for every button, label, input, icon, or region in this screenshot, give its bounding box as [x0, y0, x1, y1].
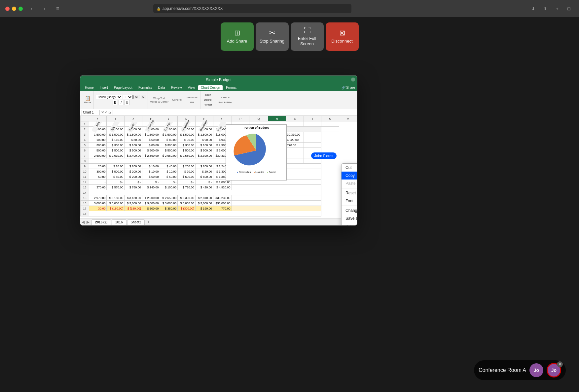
row-9[interactable]: 9 [81, 164, 89, 169]
cell-j11[interactable]: $ 200.00 [125, 174, 142, 180]
cell-j13[interactable]: $ 780.00 [125, 185, 142, 190]
tab-formulas[interactable]: Formulas [136, 85, 155, 90]
tab-home[interactable]: Home [82, 85, 96, 90]
cell-h5[interactable]: 300.00 [89, 143, 107, 148]
cancel-formula-button[interactable]: ✕ [101, 110, 104, 114]
sheet-tab-2016-2[interactable]: 2016 (2) [91, 219, 111, 225]
row-3[interactable]: 3 [81, 132, 89, 137]
cell-h13[interactable]: 370.00 [89, 185, 107, 190]
cell-o15[interactable]: $35,230.00 [213, 195, 232, 201]
cell-m10[interactable]: $ 20.00 [178, 169, 196, 174]
cell-l11[interactable]: $ 50.00 [160, 174, 178, 180]
cell-u5[interactable] [304, 143, 321, 148]
cell-j16[interactable]: $ 3,000.00 [125, 201, 142, 206]
cell-j5[interactable]: $ 100.00 [125, 143, 142, 148]
extensions-icon[interactable]: ⊡ [564, 4, 574, 13]
new-tab-button[interactable]: + [553, 4, 562, 13]
scroll-tabs-right[interactable]: ▶ [87, 220, 90, 224]
cell-j15[interactable]: $ 3,180.00 [125, 195, 142, 201]
tab-format[interactable]: Format [223, 85, 239, 90]
col-r[interactable]: R [268, 116, 286, 121]
cell-h16[interactable]: 3,000.00 [89, 201, 107, 206]
bold-button[interactable]: B [113, 100, 118, 105]
cell-h3[interactable]: 1,500.00 [89, 132, 107, 137]
user-avatar-main[interactable]: Jo ✕ [547, 363, 561, 377]
context-reset-style[interactable]: Reset to Match Style [342, 189, 357, 197]
col-v[interactable]: V [339, 116, 357, 121]
cell-t8[interactable] [286, 158, 304, 164]
cell-l13[interactable]: $ 100.00 [160, 185, 178, 190]
cell-j6[interactable]: $ 500.00 [125, 148, 142, 153]
cell-n9[interactable]: $ 200.00 [196, 164, 213, 169]
cell-l6[interactable]: $ 500.00 [160, 148, 178, 153]
cell-o16[interactable]: $36,000.00 [213, 201, 232, 206]
cell-k11[interactable]: $ 50.00 [142, 174, 160, 180]
enter-fullscreen-button[interactable]: ⛶ Enter Full Screen [291, 22, 324, 51]
cell-h15[interactable]: 2,970.00 [89, 195, 107, 201]
cell-l16[interactable]: $ 3,000.00 [160, 201, 178, 206]
cell-n4[interactable]: $ 90.00 [196, 137, 213, 143]
sort-filter-button[interactable]: Sort & Filter [217, 100, 234, 105]
paste-button[interactable]: 📋 Paste [83, 95, 92, 105]
cell-k10[interactable]: $ 10.00 [142, 169, 160, 174]
cell-i10[interactable]: $ 500.00 [107, 169, 125, 174]
cell-n15[interactable]: $ 2,810.00 [196, 195, 213, 201]
add-share-button[interactable]: ⊞ Add Share [221, 22, 254, 51]
maximize-button[interactable] [18, 7, 23, 11]
user-avatar-small[interactable]: Jo [529, 363, 543, 377]
sheet-tab-2016[interactable]: 2016 [112, 219, 126, 225]
cell-i7[interactable]: $ 2,610.00 [107, 153, 125, 158]
cell-l9[interactable]: $ 40.00 [160, 164, 178, 169]
tab-chart-design[interactable]: Chart Design [198, 85, 223, 90]
cell-n12[interactable]: $ - [196, 180, 213, 185]
cell-h6[interactable]: 500.00 [89, 148, 107, 153]
row-17[interactable]: 17 [81, 206, 89, 211]
forward-button[interactable]: › [40, 4, 49, 13]
cell-m17[interactable]: $ (300.00) [178, 206, 196, 211]
cell-n10[interactable]: $ 20.00 [196, 169, 213, 174]
cell-k6[interactable]: $ 500.00 [142, 148, 160, 153]
close-button[interactable] [5, 7, 10, 11]
cell-i5[interactable]: $ 300.00 [107, 143, 125, 148]
cell-m16[interactable]: $ 3,000.00 [178, 201, 196, 206]
sheet-tab-sheet2[interactable]: Sheet2 [127, 219, 145, 225]
underline-button[interactable]: U [125, 100, 130, 105]
download-icon[interactable]: ⬇ [529, 4, 538, 13]
cell-m13[interactable]: $ 720.00 [178, 185, 196, 190]
cell-n5[interactable]: $ 100.00 [196, 143, 213, 148]
share-icon[interactable]: ⬆ [541, 4, 550, 13]
scroll-tabs-left[interactable]: ◀ [82, 220, 85, 224]
address-bar[interactable]: 🔒 app.mersive.com/XXXXXXXXXXX [153, 4, 351, 13]
cell-k7[interactable]: $ 2,360.00 [142, 153, 160, 158]
cell-l7[interactable]: $ 2,550.00 [160, 153, 178, 158]
cell-i15[interactable]: $ 3,180.00 [107, 195, 125, 201]
cell-h17[interactable]: 30.00 [89, 206, 107, 211]
share-btn[interactable]: 🔗 Share [342, 86, 355, 89]
row-16[interactable]: 16 [81, 201, 89, 206]
cell-j9[interactable]: $ 200.00 [125, 164, 142, 169]
cell-j4[interactable]: $ 80.00 [125, 137, 142, 143]
context-paste[interactable]: Paste ⌘V [342, 180, 357, 187]
cell-u3[interactable] [304, 132, 321, 137]
tab-review[interactable]: Review [168, 85, 185, 90]
fill-button[interactable]: Fill [189, 100, 195, 105]
cell-j7[interactable]: $ 2,400.00 [125, 153, 142, 158]
stop-sharing-button[interactable]: ✂ Stop Sharing [256, 22, 289, 51]
cell-i13[interactable]: $ 570.00 [107, 185, 125, 190]
cell-m15[interactable]: $ 3,300.00 [178, 195, 196, 201]
col-u[interactable]: U [321, 116, 339, 121]
cell-k15[interactable]: $ 2,500.00 [142, 195, 160, 201]
autofill-button[interactable]: AutoSum [185, 95, 199, 100]
cell-k16[interactable]: $ 3,000.00 [142, 201, 160, 206]
cell-m7[interactable]: $ 2,580.00 [178, 153, 196, 158]
context-font[interactable]: Font... ⌘T [342, 197, 357, 205]
context-cut[interactable]: Cut ⌘X [342, 164, 357, 172]
cell-n7[interactable]: $ 2,390.00 [196, 153, 213, 158]
cell-o13[interactable]: $ 4,920.00 [213, 185, 232, 190]
cell-m4[interactable]: $ 90.00 [178, 137, 196, 143]
row-6[interactable]: 6 [81, 148, 89, 153]
cell-i6[interactable]: $ 500.00 [107, 148, 125, 153]
cell-t1[interactable] [286, 121, 304, 127]
context-save-template[interactable]: Save as Template... [342, 214, 357, 222]
cell-m6[interactable]: $ 500.00 [178, 148, 196, 153]
